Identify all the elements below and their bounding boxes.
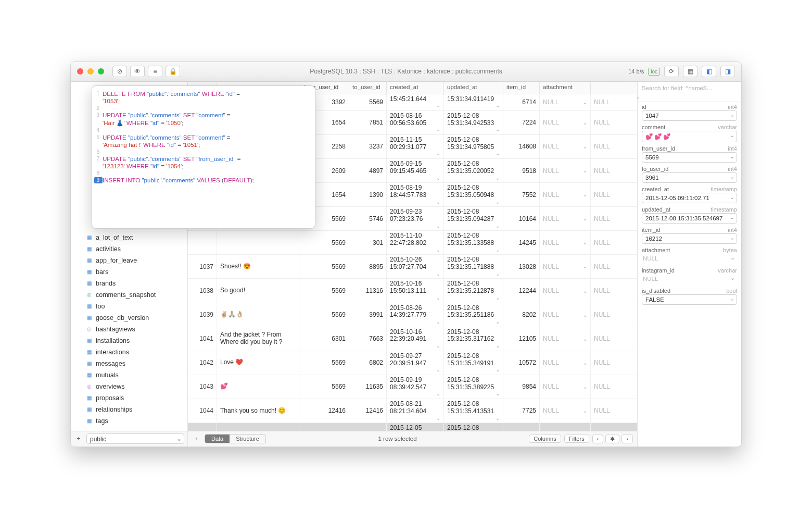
cell-att[interactable]: NULL⌄ <box>540 423 591 430</box>
cell-updated[interactable]: 2015-12-0815:31:35.094287⌄ <box>444 207 503 230</box>
minimize-window[interactable] <box>87 68 94 75</box>
table-row[interactable]: 1037Shoes!! 😍556988952015-10-2615:07:27.… <box>188 255 637 279</box>
cell-att[interactable]: NULL⌄ <box>540 279 591 302</box>
sidebar-item-messages[interactable]: ▦messages <box>71 358 187 369</box>
cell-overflow[interactable]: NULL <box>591 375 612 399</box>
cell-to[interactable]: 11635 <box>349 375 387 399</box>
cell-att[interactable]: NULL⌄ <box>540 111 591 134</box>
cell-updated[interactable]: 2015-12-0815:31:35.317162⌄ <box>444 327 503 351</box>
filters-button[interactable]: Filters <box>564 435 589 443</box>
cell-item[interactable]: 9518 <box>503 159 540 182</box>
cell-comment[interactable]: 💕 <box>217 375 300 399</box>
cell-from[interactable]: 5569 <box>300 255 349 278</box>
cell-att[interactable]: NULL⌄ <box>540 207 591 230</box>
sidebar-item-tags[interactable]: ▦tags <box>71 415 187 427</box>
cell-att[interactable]: NULL⌄ <box>540 135 591 158</box>
cell-overflow[interactable]: NULL <box>591 207 612 230</box>
cell-att[interactable]: NULL⌄ <box>540 327 591 351</box>
field-value[interactable]: 5569 <box>642 152 737 163</box>
sidebar-item-comments_snapshot[interactable]: ◎comments_snapshot <box>71 289 187 301</box>
cell-item[interactable]: 13028 <box>503 255 540 278</box>
cell-att[interactable]: NULL⌄ <box>540 375 591 399</box>
table-row[interactable]: 1041And the jacket ? From Where did you … <box>188 327 637 351</box>
sidebar-item-hashtagviews[interactable]: ◎hashtagviews <box>71 324 187 335</box>
cell-updated[interactable]: 15:31:34.911419⌄ <box>444 94 503 110</box>
cell-created[interactable]: 2015-11-1022:47:28.802⌄ <box>387 231 444 254</box>
add-row-button[interactable]: + <box>192 436 201 442</box>
cell-to[interactable]: 7851 <box>349 111 387 134</box>
field-value[interactable]: NULL <box>642 254 737 264</box>
table-row[interactable]: 55693012015-11-1022:47:28.802⌄2015-12-08… <box>188 231 637 255</box>
field-value[interactable]: 2015-12-05 09:11:02.71 <box>642 193 737 203</box>
cell-comment[interactable]: Thank you so much! 😊 <box>217 399 300 423</box>
cell-comment[interactable]: ✌🏼🙏🏼👌🏼 <box>217 303 300 327</box>
cell-att[interactable]: NULL⌄ <box>540 255 591 278</box>
cell-overflow[interactable]: NULL <box>591 351 612 375</box>
grid-button[interactable]: ▦ <box>683 66 697 77</box>
data-structure-toggle[interactable]: Data Structure <box>205 434 266 443</box>
cell-item[interactable]: 8202 <box>503 303 540 327</box>
cell-to[interactable]: 11316 <box>349 279 387 302</box>
column-header[interactable]: to_user_id <box>349 82 387 94</box>
sidebar-item-brands[interactable]: ▦brands <box>71 278 187 289</box>
cell-comment[interactable] <box>217 231 300 254</box>
cell-overflow[interactable]: NULL <box>591 159 612 182</box>
cell-updated[interactable]: 2015-12-0815:31:35.413531⌄ <box>444 399 503 423</box>
cell-from[interactable]: 5569 <box>300 351 349 375</box>
lock-button[interactable]: 🔒 <box>166 66 180 77</box>
cell-created[interactable]: 2015-09-2307:23:23.76⌄ <box>387 207 444 230</box>
sidebar-item-app_for_leave[interactable]: ▦app_for_leave <box>71 255 187 266</box>
cell-updated[interactable]: 2015-12-0815:31:35.349191⌄ <box>444 351 503 375</box>
cell-id[interactable]: 1047 <box>188 423 217 430</box>
sidebar-item-overviews[interactable]: ◎overviews <box>71 381 187 392</box>
field-value[interactable]: 2015-12-08 15:31:35.524697 <box>642 213 737 224</box>
cell-item[interactable]: 10572 <box>503 351 540 375</box>
cell-from[interactable]: 6301 <box>300 327 349 351</box>
cell-overflow[interactable]: NULL <box>591 279 612 302</box>
cell-att[interactable]: NULL⌄ <box>540 351 591 375</box>
column-header[interactable] <box>591 82 612 94</box>
cell-item[interactable]: 14608 <box>503 135 540 158</box>
cell-updated[interactable]: 2015-12-0815:31:35.050948⌄ <box>444 183 503 206</box>
cell-overflow[interactable]: NULL <box>591 183 612 206</box>
cancel-button[interactable]: ⊘ <box>112 66 127 77</box>
sidebar-item-interactions[interactable]: ▦interactions <box>71 346 187 358</box>
cell-att[interactable]: NULL⌄ <box>540 159 591 182</box>
sidebar-item-a_lot_of_text[interactable]: ▦a_lot_of_text <box>71 232 187 243</box>
cell-id[interactable]: 1037 <box>188 255 217 278</box>
cell-updated[interactable]: 2015-12-0815:31:34.942533⌄ <box>444 111 503 134</box>
cell-created[interactable]: 2015-08-2108:21:34.604⌄ <box>387 399 444 423</box>
settings-page[interactable]: ✱ <box>605 435 619 443</box>
cell-to[interactable]: 6802 <box>349 351 387 375</box>
sidebar-item-relationships[interactable]: ▦relationships <box>71 404 187 415</box>
cell-from[interactable]: 12416 <box>300 399 349 423</box>
list-button[interactable]: ≡ <box>148 66 162 77</box>
cell-updated[interactable]: 2015-12-0815:31:34.975805⌄ <box>444 135 503 158</box>
cell-id[interactable]: 1044 <box>188 399 217 423</box>
cell-comment[interactable]: Shoes!! 😍 <box>217 255 300 278</box>
zoom-window[interactable] <box>98 68 104 75</box>
field-value[interactable]: 16212 <box>642 233 737 244</box>
cell-created[interactable]: 2015-09-1908:39:42.547⌄ <box>387 375 444 399</box>
cell-overflow[interactable]: NULL <box>591 135 612 158</box>
cell-to[interactable]: 5746 <box>349 207 387 230</box>
cell-overflow[interactable]: NULL <box>591 255 612 278</box>
cell-updated[interactable]: 2015-12-0815:31:35.389225⌄ <box>444 375 503 399</box>
cell-from[interactable]: 5569 <box>300 231 349 254</box>
cell-from[interactable]: 5569 <box>300 423 349 430</box>
cell-overflow[interactable]: NULL <box>591 423 612 430</box>
sidebar-item-proposals[interactable]: ▦proposals <box>71 392 187 404</box>
cell-to[interactable]: 3961 <box>349 423 387 430</box>
field-value[interactable]: FALSE <box>642 294 737 305</box>
cell-item[interactable]: 16212 <box>503 423 540 430</box>
cell-to[interactable]: 4897 <box>349 159 387 182</box>
structure-tab[interactable]: Structure <box>230 435 265 443</box>
field-value[interactable]: 3961 <box>642 172 737 183</box>
columns-button[interactable]: Columns <box>529 435 561 443</box>
cell-updated[interactable]: 2015-12-0815:31:35.171888⌄ <box>444 255 503 278</box>
cell-to[interactable]: 5569 <box>349 94 387 110</box>
cell-att[interactable]: NULL⌄ <box>540 399 591 423</box>
sidebar-item-goose_db_version[interactable]: ▦goose_db_version <box>71 312 187 324</box>
cell-id[interactable] <box>188 231 217 254</box>
sidebar-item-activities[interactable]: ▦activities <box>71 243 187 255</box>
